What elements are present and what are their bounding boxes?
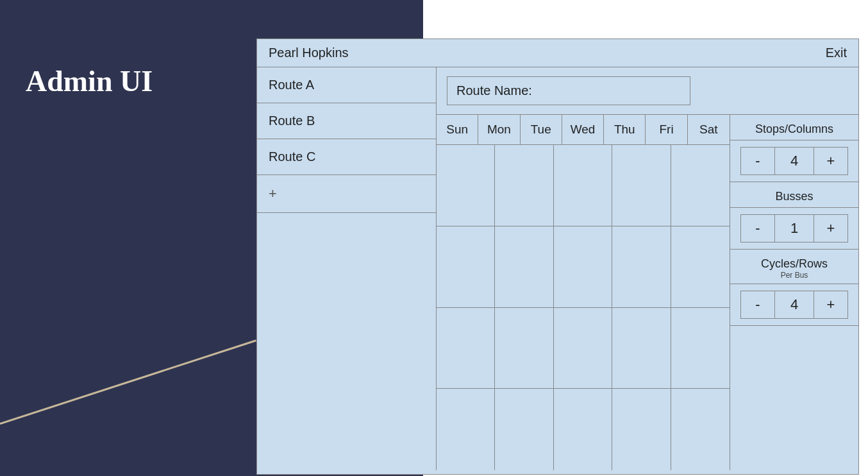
busses-value: 1	[775, 214, 814, 242]
cycles-rows-group: Cycles/Rows Per Bus - 4 +	[730, 250, 858, 326]
stops-columns-stepper: - 4 +	[730, 140, 858, 182]
grid-cell[interactable]	[554, 389, 612, 470]
busses-group: Busses - 1 +	[730, 182, 858, 250]
stops-decrement-button[interactable]: -	[740, 147, 775, 175]
grid-cell[interactable]	[437, 145, 495, 226]
grid-section: Sun Mon Tue Wed Thu Fri Sat	[437, 115, 730, 470]
grid-cell[interactable]	[495, 389, 553, 470]
grid-cell[interactable]	[554, 145, 612, 226]
grid-cell[interactable]	[671, 226, 730, 308]
header-bar: Pearl Hopkins Exit	[257, 39, 858, 67]
grid-cell[interactable]	[612, 308, 671, 389]
grid-cell[interactable]	[554, 308, 612, 389]
grid-cell[interactable]	[437, 226, 495, 308]
grid-cell[interactable]	[437, 389, 495, 470]
grid-cell[interactable]	[671, 145, 730, 226]
busses-label: Busses	[730, 182, 858, 208]
busses-increment-button[interactable]: +	[814, 214, 848, 242]
user-name: Pearl Hopkins	[269, 46, 349, 60]
exit-button[interactable]: Exit	[826, 46, 847, 60]
route-item-b[interactable]: Route B	[257, 103, 436, 139]
grid-cell[interactable]	[495, 145, 553, 226]
grid-cell[interactable]	[612, 145, 671, 226]
grid-cell[interactable]	[437, 308, 495, 389]
route-name-input[interactable]	[447, 76, 690, 105]
day-sat: Sat	[688, 115, 730, 144]
day-mon: Mon	[478, 115, 520, 144]
cycles-rows-value: 4	[775, 291, 814, 319]
main-area: // Set placeholder/label text from JSON …	[437, 67, 858, 470]
grid-cell[interactable]	[671, 308, 730, 389]
day-fri: Fri	[646, 115, 687, 144]
cycles-decrement-button[interactable]: -	[740, 291, 775, 319]
day-tue: Tue	[521, 115, 562, 144]
stops-columns-group: Stops/Columns - 4 +	[730, 115, 858, 182]
route-item-a[interactable]: Route A	[257, 67, 436, 103]
day-thu: Thu	[604, 115, 646, 144]
busses-stepper: - 1 +	[730, 208, 858, 249]
controls-panel: Stops/Columns - 4 + Busses - 1	[730, 115, 858, 470]
grid-cell[interactable]	[671, 389, 730, 470]
day-sun: Sun	[437, 115, 478, 144]
app-title: Admin UI	[26, 64, 153, 98]
schedule-area: Sun Mon Tue Wed Thu Fri Sat	[437, 115, 858, 470]
sidebar-empty	[257, 213, 436, 470]
busses-decrement-button[interactable]: -	[740, 214, 775, 242]
schedule-grid	[437, 145, 730, 470]
route-name-row: // Set placeholder/label text from JSON	[437, 67, 858, 115]
cycles-rows-sublabel: Per Bus	[735, 271, 853, 280]
grid-cell[interactable]	[495, 226, 553, 308]
main-panel: Pearl Hopkins Exit Route A Route B Route…	[256, 38, 859, 475]
sidebar: Route A Route B Route C +	[257, 67, 437, 470]
cycles-rows-stepper: - 4 +	[730, 284, 858, 325]
stops-columns-value: 4	[775, 147, 814, 175]
days-header: Sun Mon Tue Wed Thu Fri Sat	[437, 115, 730, 145]
route-item-c[interactable]: Route C	[257, 139, 436, 175]
add-route-button[interactable]: +	[257, 175, 436, 213]
cycles-increment-button[interactable]: +	[814, 291, 848, 319]
stops-increment-button[interactable]: +	[814, 147, 848, 175]
grid-cell[interactable]	[612, 389, 671, 470]
day-wed: Wed	[562, 115, 604, 144]
grid-cell[interactable]	[612, 226, 671, 308]
cycles-rows-label: Cycles/Rows Per Bus	[730, 250, 858, 284]
content-area: Route A Route B Route C + // Set placeho…	[257, 67, 858, 470]
grid-cell[interactable]	[554, 226, 612, 308]
grid-cell[interactable]	[495, 308, 553, 389]
stops-columns-label: Stops/Columns	[730, 115, 858, 140]
